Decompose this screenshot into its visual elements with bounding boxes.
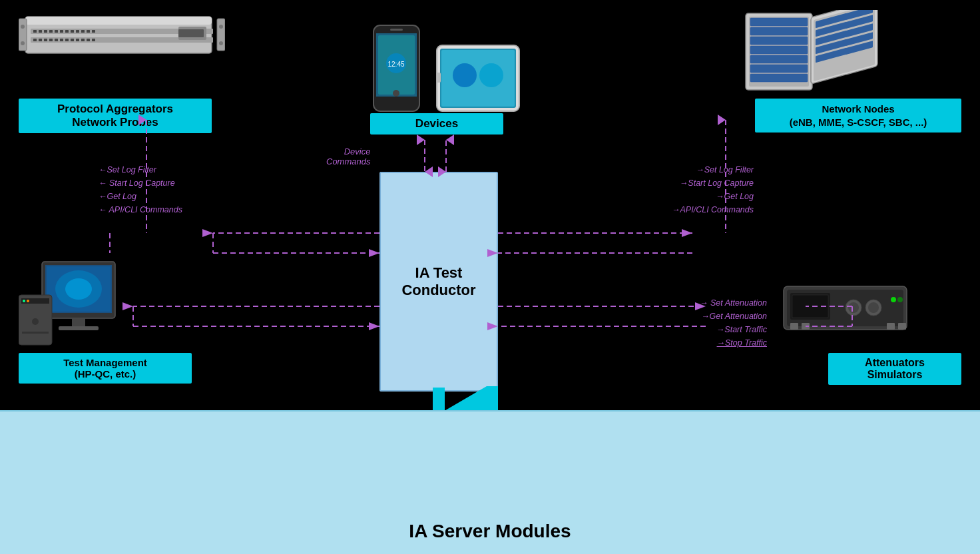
svg-rect-7 bbox=[49, 30, 53, 33]
svg-rect-30 bbox=[19, 19, 27, 51]
svg-rect-70 bbox=[72, 318, 85, 328]
svg-rect-91 bbox=[898, 323, 906, 330]
network-nodes-text: Network Nodes (eNB, MME, S-CSCF, SBC, ..… bbox=[790, 103, 927, 128]
svg-rect-55 bbox=[750, 55, 808, 63]
attenuator-image bbox=[780, 280, 913, 346]
svg-rect-15 bbox=[92, 30, 95, 33]
hw-image bbox=[719, 7, 905, 100]
chassis-svg bbox=[739, 10, 885, 97]
proto-text: Protocol Aggregators Network Probes bbox=[57, 103, 173, 129]
svg-rect-29 bbox=[178, 29, 204, 37]
svg-point-47 bbox=[479, 63, 503, 87]
attenuators-label: Attenuators Simulators bbox=[828, 353, 961, 385]
svg-rect-17 bbox=[39, 39, 42, 41]
ia-server-label: IA Server Modules bbox=[409, 521, 571, 542]
pc-image bbox=[19, 258, 132, 352]
svg-point-86 bbox=[891, 297, 896, 302]
svg-point-35 bbox=[219, 41, 223, 45]
svg-rect-25 bbox=[81, 39, 85, 41]
smartphone-icon: 12:45 bbox=[371, 23, 421, 113]
get-attenuation: →Get Attenuation bbox=[701, 312, 767, 321]
svg-rect-14 bbox=[87, 30, 90, 33]
svg-rect-54 bbox=[750, 46, 808, 54]
devices-label: Devices bbox=[370, 113, 503, 135]
svg-point-39 bbox=[393, 90, 399, 97]
svg-rect-89 bbox=[802, 323, 810, 330]
svg-rect-73 bbox=[21, 298, 49, 304]
svg-rect-26 bbox=[87, 39, 90, 41]
svg-rect-51 bbox=[750, 18, 808, 26]
attenuators-text: Attenuators Simulators bbox=[865, 357, 925, 380]
svg-rect-16 bbox=[33, 39, 37, 41]
svg-point-33 bbox=[21, 41, 25, 45]
svg-rect-88 bbox=[790, 323, 798, 330]
svg-rect-75 bbox=[22, 332, 49, 334]
stop-traffic: →Stop Traffic bbox=[717, 338, 767, 348]
svg-rect-23 bbox=[71, 39, 74, 41]
protocol-aggregators-label: Protocol Aggregators Network Probes bbox=[19, 99, 212, 133]
set-log-filter-left: ←Set Log Filter bbox=[99, 165, 156, 174]
svg-rect-20 bbox=[55, 39, 58, 41]
api-cli-right: →API/CLI Commands bbox=[672, 205, 754, 214]
tablet-icon bbox=[435, 43, 521, 113]
set-log-filter-right: →Set Log Filter bbox=[696, 165, 754, 174]
svg-rect-22 bbox=[65, 39, 69, 41]
svg-point-85 bbox=[868, 302, 879, 313]
svg-rect-31 bbox=[217, 19, 225, 51]
test-mgmt-text: Test Management (HP-QC, etc.) bbox=[63, 357, 147, 380]
devices-text: Devices bbox=[415, 117, 458, 130]
svg-rect-27 bbox=[92, 39, 95, 41]
svg-rect-19 bbox=[49, 39, 53, 41]
svg-rect-52 bbox=[750, 27, 808, 35]
svg-rect-18 bbox=[44, 39, 47, 41]
device-commands-label: Device Commands bbox=[326, 146, 370, 166]
svg-rect-24 bbox=[76, 39, 79, 41]
svg-rect-13 bbox=[81, 30, 85, 33]
svg-rect-57 bbox=[750, 74, 808, 82]
svg-point-32 bbox=[21, 25, 25, 29]
attenuator-device-icon bbox=[780, 280, 913, 343]
svg-rect-11 bbox=[71, 30, 74, 33]
svg-rect-81 bbox=[792, 295, 828, 318]
svg-rect-40 bbox=[390, 29, 403, 31]
svg-point-87 bbox=[897, 297, 903, 302]
svg-point-34 bbox=[219, 25, 223, 29]
svg-rect-48 bbox=[437, 73, 441, 83]
svg-rect-45 bbox=[441, 50, 515, 107]
api-cli-left: ← API/CLI Commands bbox=[99, 205, 182, 214]
svg-rect-6 bbox=[44, 30, 47, 33]
svg-rect-5 bbox=[39, 30, 42, 33]
get-log-left: ←Get Log bbox=[99, 192, 136, 201]
switch-image bbox=[19, 7, 225, 67]
svg-point-46 bbox=[453, 63, 477, 87]
start-log-capture-left: ← Start Log Capture bbox=[99, 178, 175, 188]
svg-point-76 bbox=[23, 300, 25, 302]
network-nodes-label: Network Nodes (eNB, MME, S-CSCF, SBC, ..… bbox=[755, 99, 961, 133]
device-images: 12:45 bbox=[326, 7, 566, 113]
svg-point-83 bbox=[848, 302, 859, 313]
ia-conductor-box: IA Test Conductor bbox=[379, 172, 498, 392]
svg-point-74 bbox=[32, 318, 39, 325]
svg-rect-8 bbox=[55, 30, 58, 33]
main-container: Protocol Aggregators Network Probes 12:4… bbox=[0, 0, 980, 554]
svg-point-77 bbox=[27, 300, 29, 302]
svg-rect-90 bbox=[887, 323, 895, 330]
svg-rect-10 bbox=[65, 30, 69, 33]
set-attenuation: → Set Attenuation bbox=[700, 298, 767, 308]
get-log-right: →Get Log bbox=[716, 192, 754, 201]
top-section: Protocol Aggregators Network Probes 12:4… bbox=[0, 0, 980, 413]
test-management-label: Test Management (HP-QC, etc.) bbox=[19, 353, 192, 384]
start-log-capture-right: →Start Log Capture bbox=[680, 178, 754, 188]
svg-rect-53 bbox=[750, 37, 808, 45]
svg-rect-21 bbox=[60, 39, 63, 41]
bottom-section: Custom/ Adhoc Reports Analytics Engine B… bbox=[0, 410, 980, 554]
svg-text:12:45: 12:45 bbox=[387, 61, 404, 68]
svg-rect-71 bbox=[59, 326, 99, 330]
start-traffic: →Start Traffic bbox=[716, 325, 767, 334]
svg-point-69 bbox=[65, 278, 92, 300]
svg-rect-4 bbox=[33, 30, 37, 33]
svg-rect-1 bbox=[25, 17, 212, 25]
svg-rect-12 bbox=[76, 30, 79, 33]
svg-rect-9 bbox=[60, 30, 63, 33]
svg-rect-56 bbox=[750, 65, 808, 73]
